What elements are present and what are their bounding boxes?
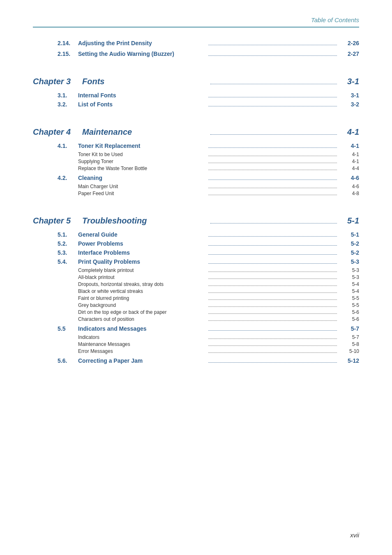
section-title: Correcting a Paper Jam: [78, 357, 207, 364]
dots: [208, 254, 337, 255]
sub-title: Completely blank printout: [78, 267, 207, 273]
chapter-title: Maintenance: [82, 127, 209, 137]
section-title: Print Quality Problems: [78, 258, 207, 265]
dots: [208, 188, 337, 188]
page-num: 4-6: [339, 184, 359, 189]
section-row-5-2: 5.2. Power Problems 5-2: [33, 240, 359, 247]
sub-row-grey-background: Grey background 5-5: [33, 302, 359, 308]
section-num: 5.4.: [58, 258, 78, 265]
sub-title: All-black printout: [78, 274, 207, 280]
section-title: Internal Fonts: [78, 92, 207, 99]
chapter-4-heading: Chapter 4 Maintenance 4-1: [33, 127, 359, 137]
sub-title: Paper Feed Unit: [78, 191, 207, 196]
page-num: 5-3: [339, 258, 359, 265]
page-num: 2-27: [339, 51, 359, 57]
chapter-4: Chapter 4 Maintenance 4-1 4.1. Toner Kit…: [33, 127, 359, 196]
dots: [208, 170, 337, 170]
page-num: 5-5: [339, 295, 359, 301]
dots: [208, 320, 337, 321]
section-row-4-2: 4.2. Cleaning 4-6: [33, 175, 359, 181]
dots: [208, 352, 337, 353]
page-num: 5-4: [339, 281, 359, 287]
sub-row-supplying-toner: Supplying Toner 4-1: [33, 159, 359, 164]
page-num: 5-1: [339, 216, 359, 226]
sub-row-all-black: All-black printout 5-3: [33, 274, 359, 280]
dots: [208, 236, 337, 237]
page-num: 4-1: [339, 159, 359, 164]
dots: [208, 345, 337, 346]
section-row-5-5: 5.5 Indicators and Messages 5-7: [33, 325, 359, 332]
section-title: List of Fonts: [78, 101, 207, 108]
page-num: 5-4: [339, 288, 359, 294]
section-row-4-1: 4.1. Toner Kit Replacement 4-1: [33, 143, 359, 149]
section-num: 3.2.: [58, 101, 78, 108]
section-num: 5.1.: [58, 231, 78, 238]
section-row-3-2: 3.2. List of Fonts 3-2: [33, 101, 359, 108]
page-num: 4-1: [339, 152, 359, 157]
section-row-3-1: 3.1. Internal Fonts 3-1: [33, 92, 359, 99]
dots: [210, 134, 337, 135]
dots: [208, 339, 337, 339]
sub-title: Characters out of position: [78, 316, 207, 322]
page-num: 5-3: [339, 267, 359, 273]
dots: [208, 313, 337, 314]
page-num: 4-1: [339, 127, 359, 137]
dots: [208, 245, 337, 246]
section-2-15: 2.15. Setting the Audio Warning (Buzzer)…: [33, 51, 359, 57]
section-num: 4.2.: [58, 175, 78, 181]
sub-row-maintenance-messages: Maintenance Messages 5-8: [33, 341, 359, 347]
section-row-5-3: 5.3. Interface Problems 5-2: [33, 249, 359, 256]
page-num: 5-2: [339, 249, 359, 256]
page-header: Table of Contents: [33, 16, 359, 28]
section-title: Power Problems: [78, 240, 207, 247]
chapter-3-heading: Chapter 3 Fonts 3-1: [33, 77, 359, 86]
sub-row-dropouts: Dropouts, horizontal streaks, stray dots…: [33, 281, 359, 287]
sub-row-faint-blurred: Faint or blurred printing 5-5: [33, 295, 359, 301]
section-num: 2.14.: [58, 40, 78, 46]
sub-row-blank-printout: Completely blank printout 5-3: [33, 267, 359, 273]
page-footer: xvii: [350, 532, 359, 539]
sub-row-paper-feed: Paper Feed Unit 4-8: [33, 191, 359, 196]
dots: [208, 147, 337, 148]
page-num: 5-6: [339, 309, 359, 315]
page-num: 5-2: [339, 240, 359, 247]
section-title: Toner Kit Replacement: [78, 143, 207, 149]
header-title: Table of Contents: [311, 16, 359, 23]
sub-title: Error Messages: [78, 348, 207, 354]
sub-row-dirt-top-edge: Dirt on the top edge or back of the pape…: [33, 309, 359, 315]
sub-row-characters-position: Characters out of position 5-6: [33, 316, 359, 322]
section-title: Cleaning: [78, 175, 207, 181]
page-num: 5-3: [339, 274, 359, 280]
chapter-label: Chapter 4: [33, 127, 82, 137]
page-num: 3-1: [339, 92, 359, 99]
sub-row-vertical-streaks: Black or white vertical streaks 5-4: [33, 288, 359, 294]
chapter-title: Troubleshooting: [82, 216, 209, 226]
dots: [208, 163, 337, 163]
footer-page-number: xvii: [350, 532, 359, 539]
dots: [208, 97, 337, 97]
section-title: Setting the Audio Warning (Buzzer): [78, 51, 207, 57]
page-num: 3-2: [339, 101, 359, 108]
page-num: 4-1: [339, 143, 359, 149]
dots: [208, 292, 337, 293]
dots: [208, 306, 337, 307]
chapter-title: Fonts: [82, 77, 209, 86]
section-row-2-14: 2.14. Adjusting the Print Density 2-26: [33, 40, 359, 46]
sub-title: Supplying Toner: [78, 159, 207, 164]
section-num: 5.5: [58, 325, 78, 332]
section-num: 3.1.: [58, 92, 78, 99]
sub-title: Grey background: [78, 302, 207, 308]
dots: [210, 223, 337, 223]
page-num: 5-12: [339, 357, 359, 364]
dots: [208, 180, 337, 180]
section-row-5-6: 5.6. Correcting a Paper Jam 5-12: [33, 357, 359, 364]
section-row-2-15: 2.15. Setting the Audio Warning (Buzzer)…: [33, 51, 359, 57]
section-title: General Guide: [78, 231, 207, 238]
dots: [208, 362, 337, 363]
page-num: 4-8: [339, 191, 359, 196]
chapter-5-heading: Chapter 5 Troubleshooting 5-1: [33, 216, 359, 226]
sub-row-error-messages: Error Messages 5-10: [33, 348, 359, 354]
dots: [208, 286, 337, 286]
section-num: 5.6.: [58, 357, 78, 364]
page-num: 5-5: [339, 302, 359, 308]
